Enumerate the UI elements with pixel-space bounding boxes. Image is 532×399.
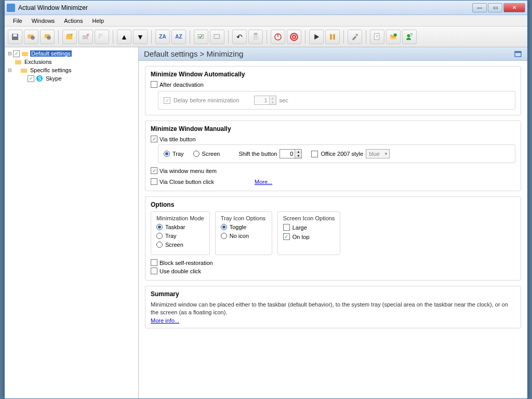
delete-button[interactable]: × bbox=[78, 30, 93, 44]
more-info-link[interactable]: More info... bbox=[151, 317, 179, 324]
shift-down[interactable]: ▼ bbox=[295, 154, 301, 158]
folder-icon bbox=[20, 66, 28, 74]
content: ⊟ ✓ Default settings Exclusions ⊟ Specif… bbox=[5, 47, 527, 398]
section-options: Options Minimization Mode Taskbar Tray S… bbox=[145, 196, 521, 281]
settings-icon bbox=[21, 49, 29, 58]
uncheck-button[interactable] bbox=[210, 30, 224, 44]
help-doc-button[interactable]: ? bbox=[370, 30, 384, 44]
toolbar: + × ▲ ▼ ZA AZ ↶ ? ? bbox=[5, 26, 527, 47]
stop-button[interactable] bbox=[287, 30, 301, 44]
tree-exclusions[interactable]: Exclusions bbox=[7, 58, 136, 66]
checkbox[interactable]: ✓ bbox=[28, 75, 34, 82]
menu-file[interactable]: File bbox=[9, 17, 26, 25]
svg-point-18 bbox=[290, 33, 298, 41]
via-title-checkbox[interactable] bbox=[151, 136, 157, 142]
delay-checkbox bbox=[164, 97, 170, 104]
mode-screen-label: Screen bbox=[165, 242, 183, 248]
breadcrumb-icon[interactable] bbox=[514, 50, 522, 58]
via-menu-checkbox[interactable] bbox=[151, 167, 157, 174]
new-button[interactable]: + bbox=[62, 30, 77, 44]
app-icon bbox=[7, 4, 15, 12]
check-button[interactable] bbox=[194, 30, 208, 44]
via-menu-label: Via window menu item bbox=[159, 168, 217, 174]
screen-large-checkbox[interactable] bbox=[283, 224, 290, 231]
checkbox[interactable]: ✓ bbox=[13, 50, 20, 57]
mode-tray-radio[interactable] bbox=[156, 233, 163, 239]
via-close-checkbox[interactable] bbox=[151, 178, 157, 185]
section-title: Summary bbox=[151, 290, 515, 298]
svg-rect-31 bbox=[21, 69, 27, 73]
after-deactivation-row: After deactivation bbox=[151, 81, 515, 88]
via-close-row: Via Close button click More... bbox=[151, 178, 515, 185]
mail-button[interactable] bbox=[386, 30, 401, 44]
minimization-mode-group: Minimization Mode Taskbar Tray Screen bbox=[151, 211, 210, 255]
undo-button[interactable]: ↶ bbox=[232, 30, 247, 44]
sidebar: ⊟ ✓ Default settings Exclusions ⊟ Specif… bbox=[5, 47, 139, 398]
delay-group: Delay before minimization ▲▼ sec bbox=[158, 91, 515, 110]
mode-taskbar-radio[interactable] bbox=[156, 224, 163, 230]
svg-rect-15 bbox=[254, 33, 257, 34]
mode-screen-radio[interactable] bbox=[156, 242, 163, 248]
shift-up[interactable]: ▲ bbox=[295, 150, 301, 154]
sort-az-button[interactable]: ZA bbox=[155, 30, 170, 44]
more-link[interactable]: More... bbox=[255, 179, 272, 185]
expand-icon[interactable]: ⊟ bbox=[7, 68, 13, 73]
section-title: Minimize Window Automatically bbox=[151, 71, 515, 78]
screen-radio[interactable] bbox=[193, 151, 200, 157]
menu-windows[interactable]: Windows bbox=[28, 17, 59, 25]
option-columns: Minimization Mode Taskbar Tray Screen Tr… bbox=[151, 211, 515, 255]
double-click-label: Use double click bbox=[159, 268, 201, 274]
tray-noicon-label: No icon bbox=[230, 233, 249, 239]
tray-radio[interactable] bbox=[164, 151, 170, 157]
after-deactivation-label: After deactivation bbox=[159, 82, 204, 88]
maximize-button[interactable]: ▭ bbox=[488, 3, 502, 12]
tools-button[interactable] bbox=[348, 30, 362, 44]
play-button[interactable] bbox=[309, 30, 324, 44]
titlebar[interactable]: Actual Window Minimizer — ▭ ✕ bbox=[5, 1, 527, 15]
window-buttons: — ▭ ✕ bbox=[472, 3, 525, 12]
mode-taskbar-label: Taskbar bbox=[165, 224, 185, 230]
down-button[interactable]: ▼ bbox=[133, 30, 148, 44]
svg-point-19 bbox=[292, 35, 296, 38]
via-title-label: Via title button bbox=[159, 136, 196, 142]
svg-point-5 bbox=[47, 35, 51, 39]
close-button[interactable]: ✕ bbox=[503, 3, 525, 12]
svg-point-26 bbox=[394, 33, 397, 36]
section-auto-minimize: Minimize Window Automatically After deac… bbox=[145, 66, 521, 115]
menu-actions[interactable]: Actions bbox=[60, 17, 87, 25]
delay-input bbox=[255, 96, 269, 104]
office-color-value: blue bbox=[369, 151, 380, 157]
office-style-checkbox[interactable] bbox=[311, 151, 318, 157]
paste-button[interactable] bbox=[248, 30, 263, 44]
save-settings-button[interactable] bbox=[24, 30, 38, 44]
tree-specific-settings[interactable]: ⊟ Specific settings bbox=[7, 66, 136, 74]
expand-icon[interactable]: ⊟ bbox=[7, 51, 13, 56]
minimize-button[interactable]: — bbox=[472, 3, 487, 12]
tray-noicon-radio[interactable] bbox=[221, 233, 227, 239]
save-copy-button[interactable] bbox=[40, 30, 55, 44]
pause-button[interactable] bbox=[325, 30, 340, 44]
svg-rect-1 bbox=[13, 34, 17, 36]
shift-input[interactable] bbox=[280, 150, 295, 158]
svg-point-22 bbox=[356, 34, 358, 36]
up-button[interactable]: ▲ bbox=[117, 30, 131, 44]
tree-skype[interactable]: ✓ S Skype bbox=[7, 74, 136, 83]
screen-ontop-checkbox[interactable] bbox=[283, 233, 290, 240]
menubar: File Windows Actions Help bbox=[5, 15, 527, 26]
double-click-checkbox[interactable] bbox=[151, 268, 157, 274]
window-title: Actual Window Minimizer bbox=[18, 4, 472, 11]
tray-toggle-radio[interactable] bbox=[221, 224, 227, 230]
shift-spinner[interactable]: ▲▼ bbox=[280, 149, 302, 158]
power-button[interactable] bbox=[271, 30, 285, 44]
tray-label: Tray bbox=[172, 151, 184, 157]
user-button[interactable]: ? bbox=[402, 30, 417, 44]
tree-default-settings[interactable]: ⊟ ✓ Default settings bbox=[7, 49, 136, 58]
block-self-checkbox[interactable] bbox=[151, 259, 157, 266]
sort-za-button[interactable]: AZ bbox=[171, 30, 186, 44]
after-deactivation-checkbox[interactable] bbox=[151, 81, 157, 88]
menu-help[interactable]: Help bbox=[88, 17, 108, 25]
save-button[interactable] bbox=[8, 30, 22, 44]
office-style-label: Office 2007 style bbox=[321, 151, 363, 157]
shift-label: Shift the button bbox=[238, 151, 277, 157]
copy-button[interactable] bbox=[95, 30, 109, 44]
